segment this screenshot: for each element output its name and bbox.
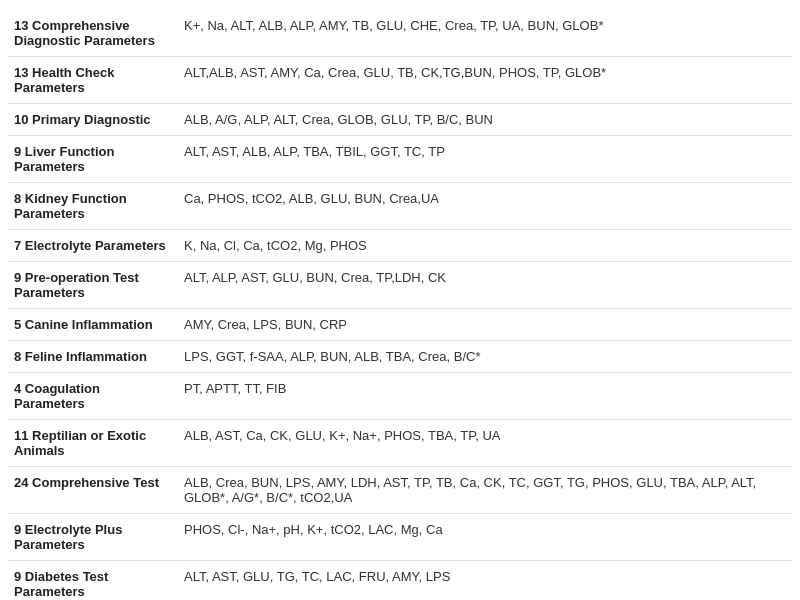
table-row: 24 Comprehensive TestALB, Crea, BUN, LPS… [8, 467, 792, 514]
row-value: ALT, ALP, AST, GLU, BUN, Crea, TP,LDH, C… [178, 262, 792, 309]
table-row: 5 Canine InflammationAMY, Crea, LPS, BUN… [8, 309, 792, 341]
row-label: 9 Electrolyte Plus Parameters [8, 514, 178, 561]
table-row: 11 Reptilian or Exotic AnimalsALB, AST, … [8, 420, 792, 467]
table-row: 10 Primary DiagnosticALB, A/G, ALP, ALT,… [8, 104, 792, 136]
table-row: 7 Electrolyte ParametersK, Na, Cl, Ca, t… [8, 230, 792, 262]
row-label: 10 Primary Diagnostic [8, 104, 178, 136]
row-value: K+, Na, ALT, ALB, ALP, AMY, TB, GLU, CHE… [178, 10, 792, 57]
row-label: 11 Reptilian or Exotic Animals [8, 420, 178, 467]
row-label: 9 Diabetes Test Parameters [8, 561, 178, 601]
row-value: ALT, AST, GLU, TG, TC, LAC, FRU, AMY, LP… [178, 561, 792, 601]
table-row: 9 Liver Function ParametersALT, AST, ALB… [8, 136, 792, 183]
row-value: LPS, GGT, f-SAA, ALP, BUN, ALB, TBA, Cre… [178, 341, 792, 373]
row-label: 9 Pre-operation Test Parameters [8, 262, 178, 309]
table-row: 9 Pre-operation Test ParametersALT, ALP,… [8, 262, 792, 309]
row-label: 13 Health Check Parameters [8, 57, 178, 104]
table-row: 8 Kidney Function ParametersCa, PHOS, tC… [8, 183, 792, 230]
row-value: Ca, PHOS, tCO2, ALB, GLU, BUN, Crea,UA [178, 183, 792, 230]
row-value: PT, APTT, TT, FIB [178, 373, 792, 420]
table-row: 9 Electrolyte Plus ParametersPHOS, Cl-, … [8, 514, 792, 561]
row-value: ALT, AST, ALB, ALP, TBA, TBIL, GGT, TC, … [178, 136, 792, 183]
row-value: AMY, Crea, LPS, BUN, CRP [178, 309, 792, 341]
row-value: ALT,ALB, AST, AMY, Ca, Crea, GLU, TB, CK… [178, 57, 792, 104]
row-value: PHOS, Cl-, Na+, pH, K+, tCO2, LAC, Mg, C… [178, 514, 792, 561]
row-value: K, Na, Cl, Ca, tCO2, Mg, PHOS [178, 230, 792, 262]
row-label: 9 Liver Function Parameters [8, 136, 178, 183]
row-value: ALB, AST, Ca, CK, GLU, K+, Na+, PHOS, TB… [178, 420, 792, 467]
main-container: 13 Comprehensive Diagnostic ParametersK+… [0, 0, 800, 600]
row-label: 8 Feline Inflammation [8, 341, 178, 373]
table-row: 4 Coagulation ParametersPT, APTT, TT, FI… [8, 373, 792, 420]
row-label: 8 Kidney Function Parameters [8, 183, 178, 230]
table-row: 8 Feline InflammationLPS, GGT, f-SAA, AL… [8, 341, 792, 373]
diagnostic-table: 13 Comprehensive Diagnostic ParametersK+… [8, 10, 792, 600]
row-value: ALB, A/G, ALP, ALT, Crea, GLOB, GLU, TP,… [178, 104, 792, 136]
row-label: 5 Canine Inflammation [8, 309, 178, 341]
table-row: 9 Diabetes Test ParametersALT, AST, GLU,… [8, 561, 792, 601]
row-value: ALB, Crea, BUN, LPS, AMY, LDH, AST, TP, … [178, 467, 792, 514]
row-label: 4 Coagulation Parameters [8, 373, 178, 420]
table-row: 13 Comprehensive Diagnostic ParametersK+… [8, 10, 792, 57]
row-label: 7 Electrolyte Parameters [8, 230, 178, 262]
row-label: 24 Comprehensive Test [8, 467, 178, 514]
table-row: 13 Health Check ParametersALT,ALB, AST, … [8, 57, 792, 104]
row-label: 13 Comprehensive Diagnostic Parameters [8, 10, 178, 57]
